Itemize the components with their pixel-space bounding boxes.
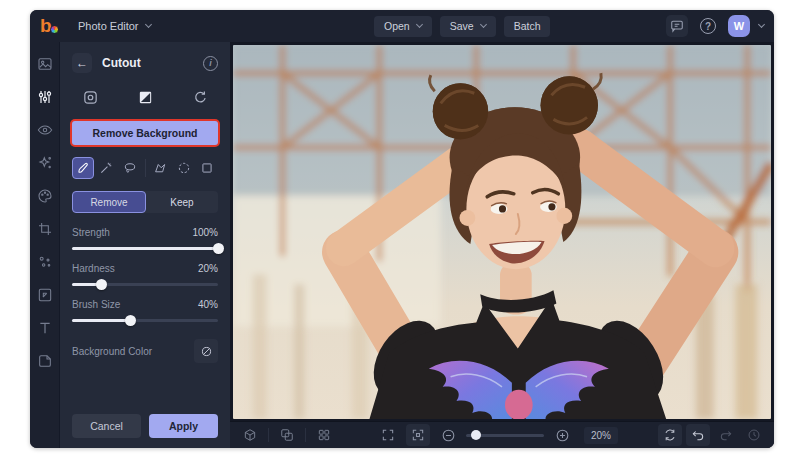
batch-button[interactable]: Batch bbox=[504, 16, 551, 37]
cutout-panel: ← Cutout i bbox=[60, 42, 230, 448]
history-clock-icon bbox=[747, 428, 761, 442]
top-bar-actions: Open Save Batch bbox=[374, 10, 550, 42]
tools-divider bbox=[145, 159, 146, 177]
comment-icon bbox=[670, 19, 684, 33]
segment-remove[interactable]: Remove bbox=[72, 191, 146, 213]
text-icon bbox=[37, 320, 53, 336]
strength-label: Strength bbox=[72, 227, 110, 238]
logo-color-wheel-icon bbox=[50, 25, 59, 34]
fit-to-screen-icon bbox=[411, 428, 425, 442]
brush-size-value: 40% bbox=[198, 299, 218, 310]
photo-canvas[interactable] bbox=[233, 45, 771, 419]
help-icon: ? bbox=[700, 18, 716, 34]
zoom-slider-knob[interactable] bbox=[471, 430, 481, 440]
compare-before-after-button[interactable] bbox=[275, 424, 299, 446]
history-controls bbox=[658, 424, 766, 446]
fullscreen-button[interactable] bbox=[376, 424, 400, 446]
layers-button[interactable] bbox=[238, 424, 262, 446]
rail-item-text[interactable] bbox=[35, 318, 55, 338]
strength-slider-knob[interactable] bbox=[213, 243, 224, 254]
app-logo: b bbox=[40, 15, 60, 37]
back-button[interactable]: ← bbox=[72, 53, 92, 73]
tool-rail bbox=[30, 42, 60, 448]
chevron-down-icon bbox=[416, 21, 423, 28]
rail-item-crop[interactable] bbox=[35, 219, 55, 239]
ellipse-selection-tool-button[interactable] bbox=[173, 157, 195, 179]
rail-item-adjustments[interactable] bbox=[35, 87, 55, 107]
hardness-slider[interactable] bbox=[72, 283, 218, 286]
top-bar-right: ? W bbox=[666, 15, 764, 37]
panel-action-buttons: Cancel Apply bbox=[72, 414, 218, 438]
brush-size-slider-knob[interactable] bbox=[125, 315, 136, 326]
remove-background-button[interactable]: Remove Background bbox=[72, 121, 218, 145]
rotate-refresh-icon bbox=[663, 428, 677, 442]
rectangle-selection-tool-button[interactable] bbox=[197, 157, 219, 179]
rail-item-retouch[interactable] bbox=[35, 120, 55, 140]
history-button[interactable] bbox=[742, 424, 766, 446]
feedback-button[interactable] bbox=[666, 15, 688, 37]
help-button[interactable]: ? bbox=[697, 15, 719, 37]
photo-viewport bbox=[230, 42, 774, 421]
reset-button[interactable] bbox=[658, 424, 682, 446]
cancel-button[interactable]: Cancel bbox=[72, 414, 141, 438]
gallery-grid-button[interactable] bbox=[312, 424, 336, 446]
bottom-bar-divider bbox=[305, 428, 306, 442]
undo-button[interactable] bbox=[686, 424, 710, 446]
object-selection-mode-button[interactable] bbox=[78, 85, 102, 109]
hardness-value: 20% bbox=[198, 263, 218, 274]
save-button-label: Save bbox=[450, 20, 474, 32]
account-chevron-down-icon[interactable] bbox=[758, 21, 765, 28]
brush-icon bbox=[76, 161, 90, 175]
rail-item-color[interactable] bbox=[35, 186, 55, 206]
bottom-bar-divider bbox=[268, 428, 269, 442]
app-body: ← Cutout i bbox=[30, 42, 774, 448]
cutout-mode-row bbox=[72, 85, 218, 109]
eye-icon bbox=[37, 122, 53, 138]
brush-tool-button[interactable] bbox=[72, 157, 94, 179]
zoom-slider[interactable] bbox=[466, 434, 544, 437]
rectangle-selection-icon bbox=[200, 161, 214, 175]
hardness-slider-row: Hardness 20% bbox=[72, 263, 218, 286]
no-color-icon bbox=[200, 345, 213, 358]
open-button[interactable]: Open bbox=[374, 16, 432, 37]
background-split-icon bbox=[137, 89, 154, 106]
panel-title: Cutout bbox=[102, 56, 141, 70]
rail-item-resize[interactable] bbox=[35, 285, 55, 305]
magic-wand-icon bbox=[99, 161, 113, 175]
brush-size-slider-row: Brush Size 40% bbox=[72, 299, 218, 322]
save-button[interactable]: Save bbox=[440, 16, 496, 37]
zoom-in-button[interactable] bbox=[550, 424, 574, 446]
zoom-out-button[interactable] bbox=[436, 424, 460, 446]
strength-slider[interactable] bbox=[72, 247, 218, 250]
bottom-bar: 20% bbox=[230, 421, 774, 448]
batch-button-label: Batch bbox=[514, 20, 541, 32]
app-window: b Photo Editor Open Save Batch bbox=[30, 10, 774, 448]
reset-selection-mode-button[interactable] bbox=[188, 85, 212, 109]
polygon-lasso-icon bbox=[153, 161, 167, 175]
hardness-slider-knob[interactable] bbox=[96, 279, 107, 290]
brush-size-slider[interactable] bbox=[72, 319, 218, 322]
redo-button[interactable] bbox=[714, 424, 738, 446]
plus-circle-icon bbox=[555, 428, 570, 443]
info-icon[interactable]: i bbox=[203, 56, 218, 71]
background-mode-button[interactable] bbox=[133, 85, 157, 109]
fit-to-screen-button[interactable] bbox=[406, 424, 430, 446]
polygon-lasso-tool-button[interactable] bbox=[150, 157, 172, 179]
app-menu-photo-editor[interactable]: Photo Editor bbox=[70, 16, 159, 36]
rail-item-image[interactable] bbox=[35, 54, 55, 74]
sparkle-icon bbox=[37, 155, 53, 171]
rail-item-restoration[interactable] bbox=[35, 252, 55, 272]
zoom-level-value[interactable]: 20% bbox=[584, 427, 618, 444]
background-color-swatch-button[interactable] bbox=[194, 339, 218, 363]
top-bar: b Photo Editor Open Save Batch bbox=[30, 10, 774, 42]
rail-item-effects[interactable] bbox=[35, 153, 55, 173]
magic-wand-tool-button[interactable] bbox=[96, 157, 118, 179]
account-avatar[interactable]: W bbox=[728, 15, 750, 37]
apply-button[interactable]: Apply bbox=[149, 414, 218, 438]
background-color-row: Background Color bbox=[72, 339, 218, 363]
adjustments-icon bbox=[37, 89, 53, 105]
rail-item-stickers[interactable] bbox=[35, 351, 55, 371]
lasso-tool-button[interactable] bbox=[119, 157, 141, 179]
segment-keep[interactable]: Keep bbox=[146, 191, 218, 213]
strength-slider-row: Strength 100% bbox=[72, 227, 218, 250]
